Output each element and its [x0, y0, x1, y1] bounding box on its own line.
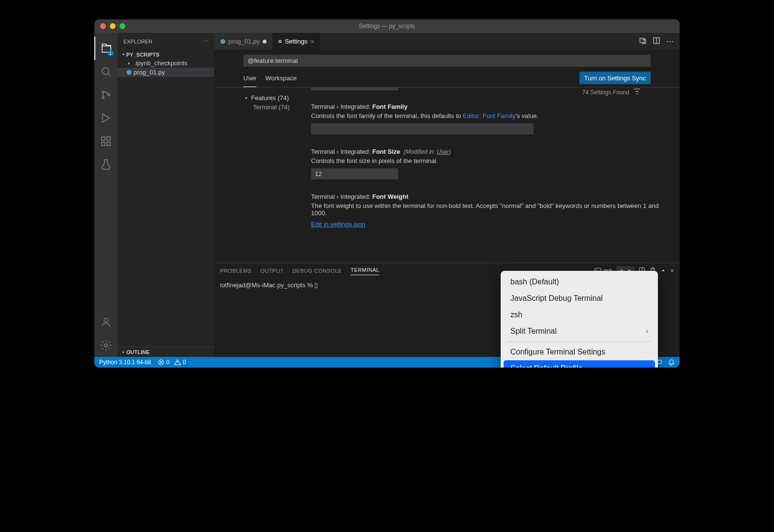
project-name: PY_SCRIPTS: [126, 52, 159, 58]
menu-item-configure-settings[interactable]: Configure Terminal Settings: [504, 344, 655, 360]
outline-label: OUTLINE: [126, 349, 149, 355]
sidebar-header: EXPLORER ⋯: [118, 33, 214, 50]
window-title: Settings — py_scripts: [359, 23, 415, 30]
project-folder[interactable]: PY_SCRIPTS: [118, 51, 214, 59]
edit-settings-json-link[interactable]: Edit in settings.json: [311, 221, 660, 228]
editor-font-family-link[interactable]: Editor: Font Family: [463, 112, 516, 119]
panel-tab-terminal[interactable]: TERMINAL: [351, 267, 380, 275]
svg-point-9: [104, 344, 107, 347]
window-controls: [100, 23, 125, 29]
vscode-window: Settings — py_scripts 1 EXPLORER ⋯: [94, 19, 680, 368]
tab-settings[interactable]: ≡ Settings ×: [272, 33, 320, 50]
settings-editor: 74 Settings Found User Workspace Turn on…: [214, 50, 680, 263]
close-panel-icon[interactable]: ×: [670, 267, 674, 274]
scope-user[interactable]: User: [243, 72, 256, 87]
activity-bar: 1: [94, 33, 118, 357]
svg-rect-4: [102, 137, 105, 140]
explorer-badge: 1: [107, 50, 114, 56]
svg-rect-7: [107, 142, 110, 146]
setting-font-weight: Terminal › Integrated: Font Weight The f…: [311, 193, 660, 228]
svg-rect-6: [102, 142, 105, 146]
panel-tab-debug[interactable]: DEBUG CONSOLE: [292, 268, 342, 274]
bell-icon[interactable]: [668, 359, 675, 366]
settings-search-input[interactable]: [243, 55, 651, 67]
setting-font-size: Terminal › Integrated: Font Size (Modifi…: [311, 148, 660, 179]
menu-item-zsh[interactable]: zsh: [504, 307, 655, 323]
open-settings-json-icon[interactable]: [639, 37, 647, 46]
titlebar: Settings — py_scripts: [94, 19, 680, 33]
split-editor-icon[interactable]: [653, 37, 660, 46]
svg-point-8: [104, 318, 108, 322]
settings-count: 74 Settings Found: [582, 88, 641, 97]
settings-content: Features (74) Terminal (74) Terminal › I…: [214, 88, 680, 263]
editor-tabs: ⬢ prog_01.py ≡ Settings × ⋯: [214, 33, 680, 50]
python-interpreter[interactable]: Python 3.10.1 64-bit: [99, 359, 151, 366]
file-item-prog01[interactable]: ⬢ prog_01.py: [118, 68, 214, 77]
svg-point-1: [102, 91, 104, 93]
svg-point-2: [102, 97, 104, 99]
window-minimize-button[interactable]: [110, 23, 116, 29]
settings-sync-button[interactable]: Turn on Settings Sync: [580, 72, 651, 84]
menu-item-js-debug[interactable]: JavaScript Debug Terminal: [504, 290, 655, 307]
svg-rect-5: [107, 137, 110, 140]
menu-item-select-default-profile[interactable]: Select Default Profile: [504, 360, 655, 368]
settings-list: Terminal › Integrated: Font Family Contr…: [311, 88, 680, 263]
chevron-right-icon: ›: [646, 327, 648, 336]
menu-item-bash[interactable]: bash (Default): [504, 274, 655, 290]
font-size-input[interactable]: [311, 168, 398, 179]
sidebar-title: EXPLORER: [123, 39, 152, 44]
setting-font-family: Terminal › Integrated: Font Family Contr…: [311, 103, 660, 134]
outline-section[interactable]: OUTLINE: [118, 347, 214, 357]
file-label: .ipynb_checkpoints: [134, 59, 188, 67]
panel-tab-problems[interactable]: PROBLEMS: [220, 268, 252, 274]
accounts-icon[interactable]: [94, 310, 118, 334]
close-tab-icon[interactable]: ×: [311, 38, 314, 45]
tab-label: Settings: [285, 38, 308, 45]
source-control-icon[interactable]: [94, 83, 118, 106]
scope-tabs: User Workspace Turn on Settings Sync: [214, 72, 680, 88]
svg-rect-10: [640, 38, 644, 43]
sidebar: EXPLORER ⋯ PY_SCRIPTS .ipynb_checkpoints…: [118, 33, 214, 357]
toc-features[interactable]: Features (74): [243, 93, 311, 103]
more-actions-icon[interactable]: ⋯: [666, 37, 674, 46]
menu-separator: [507, 341, 651, 342]
sidebar-more-icon[interactable]: ⋯: [203, 38, 208, 44]
settings-tab-icon: ≡: [278, 38, 282, 45]
tab-prog01[interactable]: ⬢ prog_01.py: [214, 33, 272, 50]
testing-icon[interactable]: [94, 153, 118, 176]
problems-status[interactable]: 0 0: [158, 359, 186, 366]
window-maximize-button[interactable]: [119, 23, 125, 29]
modified-dot-icon: [263, 40, 267, 44]
terminal-context-menu: bash (Default) JavaScript Debug Terminal…: [501, 271, 658, 368]
file-label: prog_01.py: [134, 69, 165, 76]
window-close-button[interactable]: [100, 23, 106, 29]
toc-terminal[interactable]: Terminal (74): [243, 103, 311, 112]
file-item-checkpoints[interactable]: .ipynb_checkpoints: [118, 59, 214, 68]
svg-point-0: [102, 68, 109, 74]
extensions-icon[interactable]: [94, 130, 118, 153]
settings-toc: Features (74) Terminal (74): [214, 88, 311, 263]
run-debug-icon[interactable]: [94, 106, 118, 130]
settings-gear-icon[interactable]: [94, 334, 118, 357]
filter-icon[interactable]: [633, 88, 641, 97]
scope-workspace[interactable]: Workspace: [265, 72, 297, 87]
explorer-icon[interactable]: 1: [94, 37, 118, 60]
search-icon[interactable]: [94, 60, 118, 83]
menu-item-split-terminal[interactable]: Split Terminal›: [504, 323, 655, 340]
font-family-input[interactable]: [311, 123, 534, 134]
tab-actions: ⋯: [639, 33, 680, 50]
chevron-up-icon[interactable]: [660, 267, 667, 275]
tab-label: prog_01.py: [228, 38, 260, 45]
panel-tab-output[interactable]: OUTPUT: [260, 268, 283, 274]
